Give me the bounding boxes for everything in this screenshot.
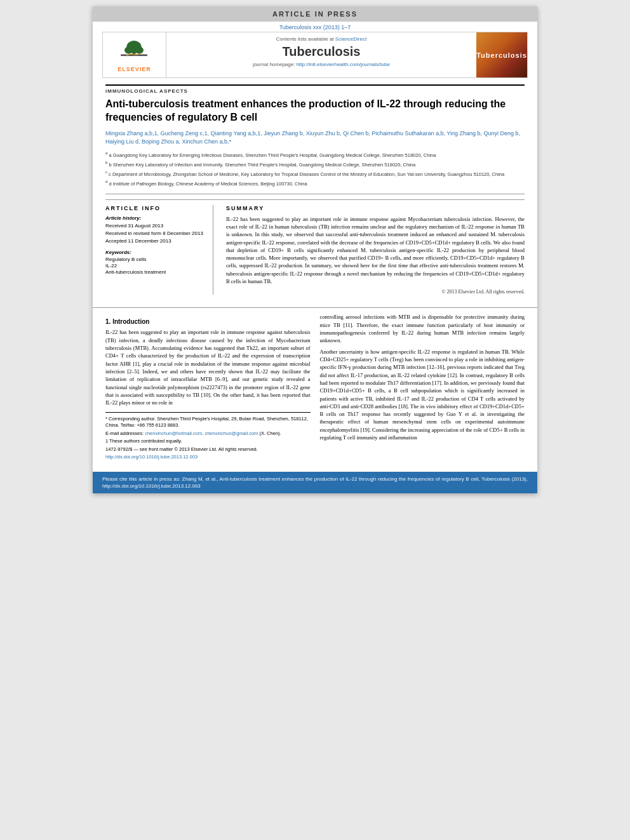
journal-cover-label: Tuberculosis bbox=[476, 51, 527, 59]
copyright: © 2013 Elsevier Ltd. All rights reserved… bbox=[226, 289, 525, 295]
article-body: IMMUNOLOGICAL ASPECTS Anti-tuberculosis … bbox=[93, 78, 537, 307]
affiliation-a: a a Guangdong Key Laboratory for Emergin… bbox=[105, 150, 525, 159]
sciencedirect-link[interactable]: ScienceDirect bbox=[335, 36, 366, 42]
affiliation-c: c c Department of Microbiology, Zhongsha… bbox=[105, 170, 525, 178]
affiliation-d: d d Institute of Pathogen Biology, Chine… bbox=[105, 179, 525, 187]
summary-column: SUMMARY IL-22 has been suggested to play… bbox=[226, 205, 525, 295]
journal-title-area: Contents lists available at ScienceDirec… bbox=[166, 32, 476, 77]
introduction-title: 1. Introduction bbox=[105, 318, 311, 325]
right-column: controlling aerosol infections with MTB … bbox=[320, 313, 525, 462]
email-addresses: E-mail addresses: chenxinchun@hotmail.co… bbox=[105, 430, 311, 437]
article-in-press-banner: ARTICLE IN PRESS bbox=[93, 6, 537, 22]
doi-link: http://dx.doi.org/10.1016/j.tube.2013.12… bbox=[105, 454, 311, 461]
contents-line: Contents lists available at ScienceDirec… bbox=[173, 36, 470, 42]
intro-paragraph-3: Another uncertainty is how antigen-speci… bbox=[320, 348, 525, 442]
section-label: IMMUNOLOGICAL ASPECTS bbox=[105, 84, 525, 94]
summary-header: SUMMARY bbox=[226, 205, 525, 211]
svg-point-3 bbox=[124, 46, 133, 54]
elsevier-tree-icon bbox=[118, 37, 150, 66]
article-info-header: ARTICLE INFO bbox=[105, 205, 205, 211]
keyword-3: Anti-tuberculosis treatment bbox=[105, 269, 205, 275]
affiliation-b: b b Shenzhen Key Laboratory of Infection… bbox=[105, 160, 525, 168]
keywords-label: Keywords: bbox=[105, 250, 205, 255]
intro-paragraph-1: IL-22 has been suggested to play an impo… bbox=[105, 328, 311, 406]
issn: 1472-9792/$ — see front matter © 2013 El… bbox=[105, 446, 311, 453]
intro-paragraph-2: controlling aerosol infections with MTB … bbox=[320, 313, 525, 344]
svg-point-4 bbox=[135, 46, 144, 54]
footnotes: * Corresponding author. Shenzhen Third P… bbox=[105, 412, 311, 461]
journal-ref-text: Tuberculosis xxx (2013) 1–7 bbox=[279, 24, 351, 30]
left-column: 1. Introduction IL-22 has been suggested… bbox=[105, 313, 311, 462]
received-date-2: Received in revised form 8 December 2013 bbox=[105, 230, 205, 237]
keyword-1: Regulatory B cells bbox=[105, 257, 205, 262]
authors-text: Mingxia Zhang a,b,1, Gucheng Zeng c,1, Q… bbox=[105, 130, 520, 145]
journal-cover-thumbnail: Tuberculosis bbox=[476, 32, 527, 77]
journal-title: Tuberculosis bbox=[173, 44, 470, 59]
article-page: ARTICLE IN PRESS Tuberculosis xxx (2013)… bbox=[93, 6, 537, 493]
banner-text: ARTICLE IN PRESS bbox=[272, 10, 358, 18]
publisher-logo-area: ELSEVIER bbox=[103, 32, 166, 77]
equal-contributors: 1 These authors contributed equally. bbox=[105, 438, 311, 445]
authors: Mingxia Zhang a,b,1, Gucheng Zeng c,1, Q… bbox=[105, 130, 525, 147]
elsevier-logo: ELSEVIER bbox=[117, 37, 151, 72]
received-date-1: Received 31 August 2013 bbox=[105, 222, 205, 229]
citation-bar: Please cite this article in press as: Zh… bbox=[93, 472, 537, 493]
accepted-date: Accepted 11 December 2013 bbox=[105, 237, 205, 244]
article-info-column: ARTICLE INFO Article history: Received 3… bbox=[105, 205, 213, 295]
article-title: Anti-tuberculosis treatment enhances the… bbox=[105, 98, 525, 124]
keyword-2: IL-22 bbox=[105, 263, 205, 269]
journal-homepage: journal homepage: http://intl.elsevierhe… bbox=[173, 62, 470, 67]
affiliations: a a Guangdong Key Laboratory for Emergin… bbox=[105, 150, 525, 194]
elsevier-text: ELSEVIER bbox=[117, 66, 151, 72]
email-link[interactable]: chenxinchun@hotmail.com, chenxinchun@gma… bbox=[145, 430, 258, 436]
summary-text: IL-22 has been suggested to play an impo… bbox=[226, 215, 525, 286]
info-summary-section: ARTICLE INFO Article history: Received 3… bbox=[105, 199, 525, 295]
journal-header: ELSEVIER Contents lists available at Sci… bbox=[102, 32, 528, 78]
main-content: 1. Introduction IL-22 has been suggested… bbox=[93, 307, 537, 468]
corresponding-author: * Corresponding author. Shenzhen Third P… bbox=[105, 416, 311, 429]
citation-text: Please cite this article in press as: Zh… bbox=[102, 476, 528, 489]
journal-reference: Tuberculosis xxx (2013) 1–7 bbox=[93, 22, 537, 32]
doi-anchor[interactable]: http://dx.doi.org/10.1016/j.tube.2013.12… bbox=[105, 454, 198, 460]
article-history-label: Article history: bbox=[105, 215, 205, 221]
